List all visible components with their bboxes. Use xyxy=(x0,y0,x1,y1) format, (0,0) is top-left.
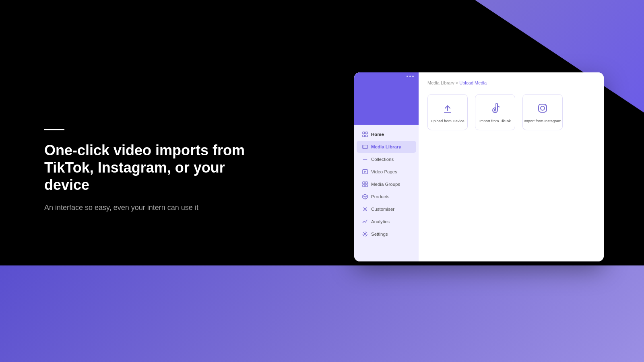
import-tiktok-label: Import from TikTok xyxy=(479,119,511,123)
sidebar-item-analytics[interactable]: Analytics xyxy=(357,216,416,228)
breadcrumb-current[interactable]: Upload Media xyxy=(459,80,487,85)
products-icon xyxy=(362,194,368,200)
media-groups-icon xyxy=(362,181,368,187)
svg-point-19 xyxy=(364,233,366,235)
svg-rect-10 xyxy=(365,182,367,184)
sidebar-label-settings: Settings xyxy=(371,232,388,237)
sidebar-label-media-library: Media Library xyxy=(371,144,401,149)
dot-1 xyxy=(407,76,408,77)
svg-point-22 xyxy=(545,105,546,106)
app-window: Home Media Library Collections xyxy=(354,72,604,261)
main-content: Media Library > Upload Media Upload from… xyxy=(419,72,604,261)
import-tiktok-card[interactable]: Import from TikTok xyxy=(475,94,515,130)
sidebar-label-analytics: Analytics xyxy=(371,219,390,224)
hero-section: One-click video imports from TikTok, Ins… xyxy=(44,129,254,212)
sidebar-item-collections[interactable]: Collections xyxy=(357,153,416,165)
svg-point-21 xyxy=(541,106,545,110)
svg-rect-3 xyxy=(365,135,367,137)
hero-subtext: An interface so easy, even your intern c… xyxy=(44,204,237,212)
svg-rect-4 xyxy=(363,145,367,149)
svg-rect-12 xyxy=(365,185,367,187)
collections-icon xyxy=(362,156,368,162)
grid-icon xyxy=(362,132,368,137)
svg-rect-2 xyxy=(363,135,365,137)
sidebar-item-video-pages[interactable]: Video Pages xyxy=(357,166,416,178)
breadcrumb-parent: Media Library xyxy=(427,80,454,85)
tiktok-icon xyxy=(489,102,502,115)
decorative-line xyxy=(44,129,64,130)
sidebar: Home Media Library Collections xyxy=(354,72,419,261)
media-library-icon xyxy=(362,144,368,150)
sidebar-item-media-library[interactable]: Media Library xyxy=(357,141,416,153)
svg-line-14 xyxy=(365,195,367,197)
svg-rect-0 xyxy=(363,132,365,134)
svg-rect-11 xyxy=(363,185,365,187)
upload-options: Upload from Device Import from TikTok Im… xyxy=(427,94,595,130)
breadcrumb: Media Library > Upload Media xyxy=(427,80,595,85)
customiser-icon xyxy=(362,206,368,212)
bg-bottom xyxy=(0,265,644,362)
upload-device-label: Upload from Device xyxy=(431,119,464,123)
svg-line-13 xyxy=(363,195,365,197)
sidebar-label-products: Products xyxy=(371,194,389,199)
import-instagram-label: Import from Instagram xyxy=(524,119,561,123)
sidebar-label-home: Home xyxy=(371,132,384,137)
upload-icon xyxy=(441,102,454,115)
video-pages-icon xyxy=(362,169,368,175)
sidebar-label-media-groups: Media Groups xyxy=(371,182,400,187)
hero-headline: One-click video imports from TikTok, Ins… xyxy=(44,142,254,194)
svg-rect-1 xyxy=(365,132,367,134)
sidebar-label-collections: Collections xyxy=(371,157,394,162)
dot-2 xyxy=(409,76,411,77)
breadcrumb-separator: > xyxy=(456,80,459,85)
sidebar-item-settings[interactable]: Settings xyxy=(357,228,416,240)
svg-marker-8 xyxy=(364,171,366,173)
upload-device-card[interactable]: Upload from Device xyxy=(427,94,468,130)
svg-rect-9 xyxy=(363,182,365,184)
sidebar-label-video-pages: Video Pages xyxy=(371,169,397,174)
instagram-icon xyxy=(536,102,549,115)
dot-3 xyxy=(412,76,414,77)
sidebar-item-customiser[interactable]: Customiser xyxy=(357,203,416,215)
settings-icon xyxy=(362,231,368,237)
sidebar-item-media-groups[interactable]: Media Groups xyxy=(357,178,416,190)
sidebar-item-products[interactable]: Products xyxy=(357,191,416,203)
sidebar-item-home[interactable]: Home xyxy=(357,128,416,140)
sidebar-nav: Home Media Library Collections xyxy=(354,125,419,261)
sidebar-label-customiser: Customiser xyxy=(371,207,394,212)
import-instagram-card[interactable]: Import from Instagram xyxy=(522,94,563,130)
analytics-icon xyxy=(362,219,368,224)
